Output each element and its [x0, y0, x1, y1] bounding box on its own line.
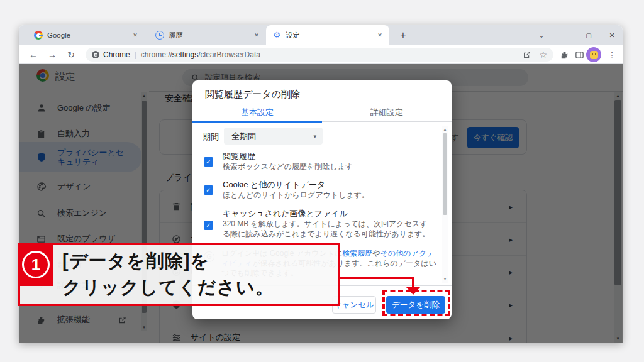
- tab-label: 履歴: [169, 31, 248, 40]
- google-favicon-icon: [34, 31, 43, 40]
- annotation-arrow: [338, 277, 414, 279]
- close-tab-icon[interactable]: [252, 31, 261, 40]
- item-description: ほとんどのサイトからログアウトします。: [223, 190, 434, 200]
- close-window-button[interactable]: ✕: [605, 28, 619, 42]
- item-title: 閲覧履歴: [223, 151, 255, 162]
- extensions-puzzle-icon[interactable]: [557, 48, 571, 62]
- scroll-up-icon[interactable]: [442, 126, 448, 133]
- address-bar[interactable]: Chrome | chrome://settings/clearBrowserD…: [86, 48, 553, 62]
- back-button[interactable]: ←: [26, 48, 40, 62]
- url-separator: |: [130, 50, 141, 59]
- avatar-face-icon: [590, 51, 598, 59]
- bookmark-star-icon[interactable]: [539, 50, 547, 60]
- new-tab-button[interactable]: +: [396, 28, 410, 42]
- share-icon[interactable]: [523, 50, 531, 59]
- period-select[interactable]: 全期間: [224, 128, 323, 145]
- tab-google[interactable]: Google: [28, 25, 145, 45]
- scroll-down-icon[interactable]: [442, 275, 448, 283]
- checkbox-cookies[interactable]: [204, 185, 213, 195]
- chrome-site-icon: [92, 51, 99, 58]
- url-scheme: chrome://: [141, 50, 172, 59]
- forward-button[interactable]: →: [45, 48, 59, 62]
- dialog-scrollbar[interactable]: [442, 126, 448, 283]
- step-number: 1: [22, 251, 50, 278]
- checkbox-browsing-history[interactable]: [204, 157, 213, 167]
- profile-avatar[interactable]: [586, 47, 601, 62]
- browser-menu-icon[interactable]: [605, 48, 619, 62]
- url-host: settings: [172, 50, 198, 59]
- annotation-highlight-box: [382, 290, 450, 316]
- annotation-line1: [データを削除]を: [62, 249, 209, 274]
- browser-toolbar: ← → ↻ Chrome | chrome://settings/clearBr…: [19, 45, 623, 64]
- close-tab-icon[interactable]: [375, 31, 384, 40]
- period-label: 期間: [203, 131, 219, 143]
- url-path: /clearBrowserData: [198, 50, 260, 59]
- active-tab-underline: [192, 121, 322, 123]
- item-title: Cookie と他のサイトデータ: [223, 179, 325, 190]
- tab-separator: [147, 31, 147, 40]
- tab-label: 設定: [286, 31, 371, 40]
- item-description: 320 MB を解放します。サイトによっては、次回アクセスする際に読み込みがこれ…: [223, 219, 434, 239]
- tab-label: Google: [47, 31, 126, 39]
- search-history-link[interactable]: 検索履歴: [342, 249, 372, 258]
- scrollbar-thumb[interactable]: [443, 133, 447, 215]
- item-title: キャッシュされた画像とファイル: [223, 208, 348, 219]
- annotation-step-badge: 1: [18, 243, 53, 286]
- history-favicon-icon: [155, 31, 164, 40]
- dialog-tabs: 基本設定 詳細設定: [192, 104, 452, 122]
- annotation-line2: クリックしてください。: [62, 275, 274, 300]
- tab-advanced[interactable]: 詳細設定: [322, 104, 452, 121]
- tab-strip: Google 履歴 設定 + ⌄ – ▢ ✕: [19, 25, 623, 45]
- reload-button[interactable]: ↻: [64, 48, 78, 62]
- tab-history[interactable]: 履歴: [149, 25, 266, 45]
- side-panel-icon[interactable]: [572, 48, 586, 62]
- dropdown-caret-icon: [313, 133, 316, 140]
- settings-favicon-icon: [272, 31, 281, 40]
- maximize-button[interactable]: ▢: [582, 28, 596, 42]
- minimize-button[interactable]: –: [558, 28, 572, 42]
- item-description: 検索ボックスなどの履歴を削除します: [223, 162, 434, 172]
- tab-search-chevron-icon[interactable]: ⌄: [535, 28, 548, 42]
- desktop: Google 履歴 設定 + ⌄ – ▢ ✕ ← → ↻: [0, 0, 644, 362]
- dialog-title: 閲覧履歴データの削除: [205, 89, 300, 101]
- close-tab-icon[interactable]: [131, 31, 140, 40]
- checkbox-cached-files[interactable]: [204, 221, 213, 230]
- tab-basic[interactable]: 基本設定: [192, 104, 322, 121]
- site-label: Chrome: [103, 50, 130, 59]
- tab-settings[interactable]: 設定: [266, 25, 389, 45]
